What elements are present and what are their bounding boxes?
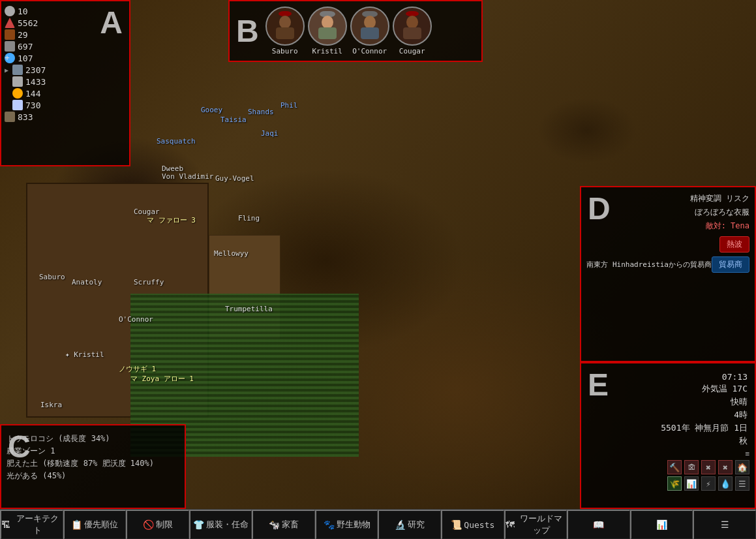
name-saburo: Saburo xyxy=(272,47,298,55)
value-stone: 697 xyxy=(18,42,33,52)
tool-3[interactable]: ✖ xyxy=(701,460,716,474)
btn-log[interactable]: 📖 xyxy=(567,510,630,539)
icon-extra xyxy=(5,112,15,122)
value-plasteel: 730 xyxy=(25,100,40,110)
btn-architect[interactable]: 🏗 アーキテクト xyxy=(0,510,63,539)
hour-display: 4時 xyxy=(586,409,749,421)
icon-silver xyxy=(5,6,15,16)
research-icon: 🔬 xyxy=(395,519,406,530)
name-kristil: Kristil xyxy=(312,47,342,55)
resource-component: 1433 xyxy=(5,76,126,87)
alert-clothes: ぼろぼろな衣服 xyxy=(586,207,749,218)
quests-label: Quests xyxy=(464,520,494,530)
icon-food xyxy=(5,18,15,28)
value-food: 5562 xyxy=(18,18,38,28)
outfit-label: 服装・任命 xyxy=(206,519,249,531)
btn-research[interactable]: 🔬 研究 xyxy=(378,510,441,539)
resource-steel: ▶ 2307 xyxy=(5,65,126,75)
tool-10[interactable]: ☰ xyxy=(735,476,749,491)
portrait-saburo[interactable] xyxy=(265,7,305,46)
svg-rect-5 xyxy=(318,27,337,39)
worldmap-label: ワールドマップ xyxy=(517,513,567,536)
log-icon: 📖 xyxy=(593,519,604,530)
btn-heatwave[interactable]: 熱波 xyxy=(719,236,749,253)
quests-icon: 📜 xyxy=(451,519,462,530)
animals-label: 家畜 xyxy=(282,519,299,531)
temperature-display: 外気温 17C xyxy=(586,383,749,395)
panel-e-time: E 07:13 外気温 17C 快晴 4時 5501年 神無月節 1日 秋 ≡ … xyxy=(580,362,756,509)
tool-1[interactable]: 🔨 xyxy=(667,460,682,474)
menu-icon: ☰ xyxy=(721,519,729,530)
svg-point-4 xyxy=(322,16,333,29)
icon-steel xyxy=(12,65,23,75)
resource-chemfuel: 144 xyxy=(5,88,126,99)
toolbar: 🏗 アーキテクト 📋 優先順位 🚫 制限 👕 服装・任命 🐄 家畜 🐾 野生動物… xyxy=(0,509,756,539)
icon-medicine: + xyxy=(5,53,15,63)
portrait-kristil[interactable] xyxy=(308,7,347,46)
ground-line-2: 農業ゾーン 1 xyxy=(7,446,179,457)
svg-rect-8 xyxy=(361,27,379,39)
tool-8[interactable]: ⚡ xyxy=(701,476,716,491)
svg-rect-9 xyxy=(406,11,419,16)
panel-b-label: B xyxy=(236,13,259,49)
tool-9[interactable]: 💧 xyxy=(718,476,733,491)
resource-extra: 833 xyxy=(5,112,126,122)
btn-restrict[interactable]: 🚫 制限 xyxy=(126,510,189,539)
btn-quests[interactable]: 📜 Quests xyxy=(441,510,504,539)
icon-stone xyxy=(5,41,15,52)
svg-point-1 xyxy=(279,16,291,29)
date-display: 5501年 神無月節 1日 xyxy=(586,422,749,434)
panel-d-label: D xyxy=(588,191,611,226)
panel-d-alerts: D 精神変調 リスク ぼろぼろな衣服 敵対: Tena 熱波 貿易商 南東方 H… xyxy=(580,186,756,362)
restrict-icon: 🚫 xyxy=(143,519,154,530)
wildlife-label: 野生動物 xyxy=(337,519,370,531)
colonist-cougar[interactable]: Cougar xyxy=(393,7,432,55)
alert-enemy: 敵対: Tena xyxy=(586,221,749,232)
ground-line-1: トウモロコシ (成長度 34%) xyxy=(7,433,179,444)
panel-e-label: E xyxy=(588,367,609,403)
tool-2[interactable]: 🏚 xyxy=(684,460,699,474)
value-chemfuel: 144 xyxy=(25,89,40,99)
svg-point-10 xyxy=(406,16,418,29)
ground-line-3: 肥えた土 (移動速度 87% 肥沃度 140%) xyxy=(7,458,179,469)
tool-7[interactable]: 📊 xyxy=(684,476,699,491)
btn-menu[interactable]: ☰ xyxy=(693,510,756,539)
worldmap-icon: 🗺 xyxy=(506,519,515,530)
svg-rect-2 xyxy=(276,27,294,39)
resource-stone: 697 xyxy=(5,41,126,52)
tool-6[interactable]: 🌾 xyxy=(667,476,682,491)
research-label: 研究 xyxy=(408,519,425,531)
alert-mental: 精神変調 リスク xyxy=(586,193,749,204)
architect-label: アーキテクト xyxy=(12,513,63,536)
restrict-label: 制限 xyxy=(156,519,173,531)
outfit-icon: 👕 xyxy=(193,519,204,530)
colonist-oconnor[interactable]: O'Connor xyxy=(350,7,389,55)
btn-outfit[interactable]: 👕 服装・任命 xyxy=(189,510,252,539)
icon-chemfuel xyxy=(12,88,23,99)
resource-plasteel: 730 xyxy=(5,100,126,110)
panel-b-colonists: B Saburo Kristil xyxy=(228,0,483,62)
btn-trader[interactable]: 貿易商 xyxy=(712,256,749,273)
tool-5[interactable]: 🏠 xyxy=(735,460,749,474)
colonist-kristil[interactable]: Kristil xyxy=(308,7,347,55)
btn-priority[interactable]: 📋 優先順位 xyxy=(63,510,127,539)
value-silver: 10 xyxy=(18,7,28,16)
value-steel: 2307 xyxy=(25,65,46,75)
value-component: 1433 xyxy=(25,77,46,87)
btn-animals[interactable]: 🐄 家畜 xyxy=(252,510,315,539)
btn-worldmap[interactable]: 🗺 ワールドマップ xyxy=(504,510,567,539)
wildlife-icon: 🐾 xyxy=(324,519,335,530)
name-cougar: Cougar xyxy=(399,47,425,55)
panel-a-label: A xyxy=(100,5,123,40)
panel-c-ground: C トウモロコシ (成長度 34%) 農業ゾーン 1 肥えた土 (移動速度 87… xyxy=(0,424,186,509)
portrait-cougar[interactable] xyxy=(393,7,432,46)
value-wood: 29 xyxy=(18,30,28,40)
portrait-oconnor[interactable] xyxy=(350,7,389,46)
colonist-saburo[interactable]: Saburo xyxy=(265,7,305,55)
tool-4[interactable]: ✖ xyxy=(718,460,733,474)
svg-rect-0 xyxy=(279,11,292,16)
btn-stats[interactable]: 📊 xyxy=(630,510,693,539)
btn-wildlife[interactable]: 🐾 野生動物 xyxy=(315,510,378,539)
icon-wood xyxy=(5,29,15,40)
priority-icon: 📋 xyxy=(71,519,82,530)
